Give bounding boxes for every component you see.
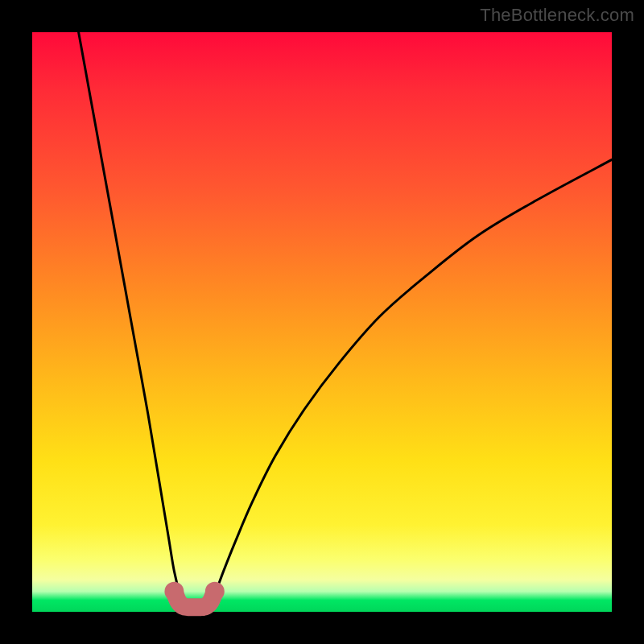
plot-area (32, 32, 612, 612)
trough-marker-cap (164, 582, 184, 601)
watermark-text: TheBottleneck.com (480, 5, 634, 26)
bottleneck-curve (79, 32, 612, 607)
chart-frame: TheBottleneck.com (0, 0, 644, 644)
chart-svg (32, 32, 612, 612)
trough-marker-cap (205, 582, 225, 601)
